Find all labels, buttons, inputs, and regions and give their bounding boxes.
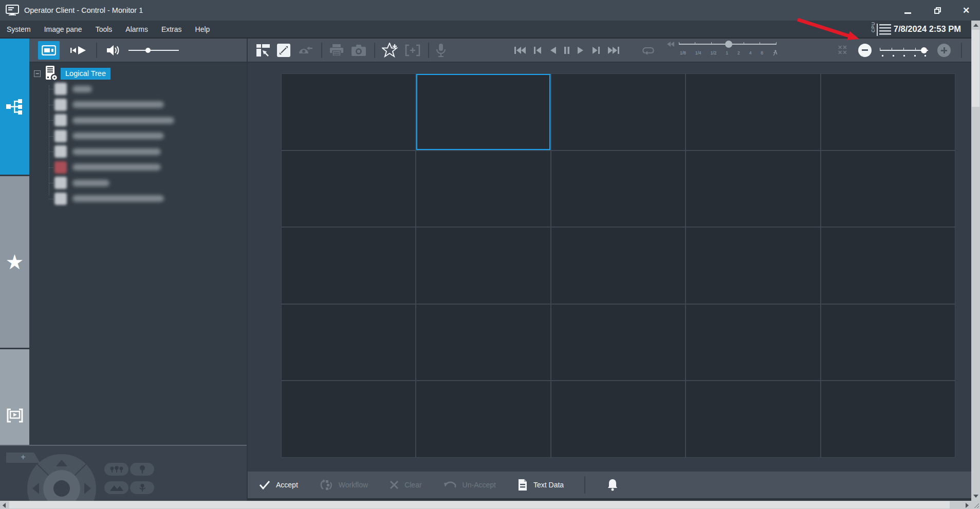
- menu-alarms[interactable]: Alarms: [119, 25, 155, 33]
- horizontal-scroll-thumb[interactable]: [9, 501, 950, 508]
- panel-splitter[interactable]: [247, 39, 248, 501]
- tree-root-label[interactable]: Logical Tree: [61, 68, 110, 80]
- menu-system[interactable]: System: [0, 25, 38, 33]
- close-button[interactable]: ✕: [957, 0, 975, 21]
- loop-playback-button[interactable]: [641, 46, 656, 55]
- horizontal-scrollbar[interactable]: [0, 501, 971, 509]
- step-forward-button[interactable]: [591, 46, 600, 54]
- image-pane[interactable]: [686, 305, 820, 381]
- image-pane[interactable]: [821, 228, 955, 304]
- tree-root-node[interactable]: Logical Tree: [29, 66, 110, 81]
- image-pane[interactable]: [282, 74, 415, 150]
- pane-zoom-slider[interactable]: [880, 44, 928, 57]
- close-all-panes-button[interactable]: ✕✕✕✕: [838, 45, 847, 55]
- minimize-button[interactable]: [898, 0, 917, 21]
- microphone-button[interactable]: [436, 43, 446, 58]
- add-favorite-button[interactable]: [382, 43, 398, 58]
- tree-item-blurred[interactable]: [29, 112, 248, 128]
- image-pane[interactable]: [416, 228, 550, 304]
- zoom-wide-button[interactable]: [104, 463, 128, 476]
- image-pane[interactable]: [282, 228, 415, 304]
- jump-to-end-button[interactable]: [607, 46, 620, 54]
- image-pane[interactable]: [821, 381, 955, 457]
- image-pane[interactable]: [821, 151, 955, 227]
- tree-item-blurred[interactable]: [29, 160, 248, 176]
- jump-to-start-button[interactable]: [514, 46, 526, 54]
- maximize-pane-button[interactable]: [277, 44, 290, 57]
- tree-item-blurred[interactable]: [29, 191, 248, 207]
- volume-slider[interactable]: [128, 50, 179, 51]
- image-pane[interactable]: [282, 151, 415, 227]
- volume-slider-handle[interactable]: [145, 48, 151, 53]
- image-pane[interactable]: [821, 305, 955, 381]
- snapshot-button[interactable]: [351, 44, 366, 56]
- image-pane[interactable]: [282, 305, 415, 381]
- collapse-expander-icon[interactable]: [34, 70, 41, 77]
- zoom-in-button[interactable]: [937, 44, 951, 57]
- sidebar-tab-logical-tree[interactable]: [0, 39, 29, 175]
- scroll-up-icon[interactable]: [973, 24, 978, 27]
- menu-extras[interactable]: Extras: [155, 25, 189, 33]
- restore-button[interactable]: [928, 0, 947, 21]
- focus-far-button[interactable]: [104, 481, 128, 494]
- image-pane[interactable]: [282, 381, 415, 457]
- image-pane-selected[interactable]: [416, 74, 550, 150]
- instant-playback-button[interactable]: [70, 46, 86, 55]
- image-pane[interactable]: [416, 151, 550, 227]
- sidebar-tab-favorites[interactable]: ★: [0, 176, 29, 348]
- image-pane[interactable]: [551, 74, 685, 150]
- previous-alarm-button[interactable]: [297, 44, 313, 56]
- select-layout-button[interactable]: [256, 44, 270, 57]
- ptz-right-icon[interactable]: [84, 483, 91, 494]
- ptz-joystick-center[interactable]: [53, 480, 70, 497]
- zoom-tele-button[interactable]: [130, 463, 154, 476]
- play-button[interactable]: [577, 46, 584, 54]
- image-pane[interactable]: [551, 381, 685, 457]
- alarm-bell-button[interactable]: [607, 479, 618, 491]
- tree-item-blurred[interactable]: [29, 81, 248, 97]
- unaccept-button[interactable]: Un-Accept: [443, 480, 496, 489]
- focus-near-button[interactable]: [130, 481, 154, 494]
- pane-zoom-handle[interactable]: [921, 47, 927, 53]
- speed-slider-handle[interactable]: [725, 41, 732, 48]
- accept-button[interactable]: Accept: [259, 480, 298, 489]
- step-back-button[interactable]: [533, 46, 542, 54]
- zoom-out-button[interactable]: [858, 44, 872, 57]
- clear-button[interactable]: Clear: [390, 480, 421, 489]
- print-button[interactable]: [329, 44, 344, 57]
- menu-image-pane[interactable]: Image pane: [38, 25, 89, 33]
- resize-grip-icon[interactable]: [974, 503, 979, 508]
- tree-item-blurred[interactable]: [29, 128, 248, 144]
- tree-item-blurred[interactable]: [29, 144, 248, 160]
- image-pane[interactable]: [686, 74, 820, 150]
- menu-tools[interactable]: Tools: [89, 25, 119, 33]
- tree-item-blurred[interactable]: [29, 175, 248, 191]
- add-bookmark-button[interactable]: [405, 44, 420, 56]
- image-pane[interactable]: [416, 381, 550, 457]
- image-pane[interactable]: [551, 228, 685, 304]
- pause-button[interactable]: [564, 46, 570, 54]
- menu-help[interactable]: Help: [189, 25, 217, 33]
- workflow-button[interactable]: Workflow: [320, 479, 368, 491]
- scroll-right-icon[interactable]: [966, 503, 969, 508]
- image-pane[interactable]: [551, 151, 685, 227]
- audio-toggle-button[interactable]: [106, 44, 120, 56]
- vertical-scroll-thumb[interactable]: [972, 30, 979, 107]
- ptz-add-tab[interactable]: [6, 453, 40, 463]
- scroll-left-icon[interactable]: [3, 503, 6, 508]
- image-pane[interactable]: [686, 381, 820, 457]
- ptz-up-icon[interactable]: [56, 460, 67, 466]
- tree-item-blurred[interactable]: [29, 97, 248, 113]
- speed-slider[interactable]: [679, 44, 776, 45]
- text-data-button[interactable]: Text Data: [517, 479, 564, 491]
- scroll-down-icon[interactable]: [973, 495, 978, 498]
- play-reverse-button[interactable]: [549, 46, 557, 54]
- image-pane[interactable]: [686, 228, 820, 304]
- image-pane-view-button[interactable]: [38, 41, 60, 60]
- vertical-scrollbar[interactable]: [971, 21, 980, 501]
- ptz-left-icon[interactable]: [32, 483, 39, 494]
- image-pane[interactable]: [686, 151, 820, 227]
- image-pane[interactable]: [416, 305, 550, 381]
- image-pane[interactable]: [551, 305, 685, 381]
- image-pane[interactable]: [821, 74, 955, 150]
